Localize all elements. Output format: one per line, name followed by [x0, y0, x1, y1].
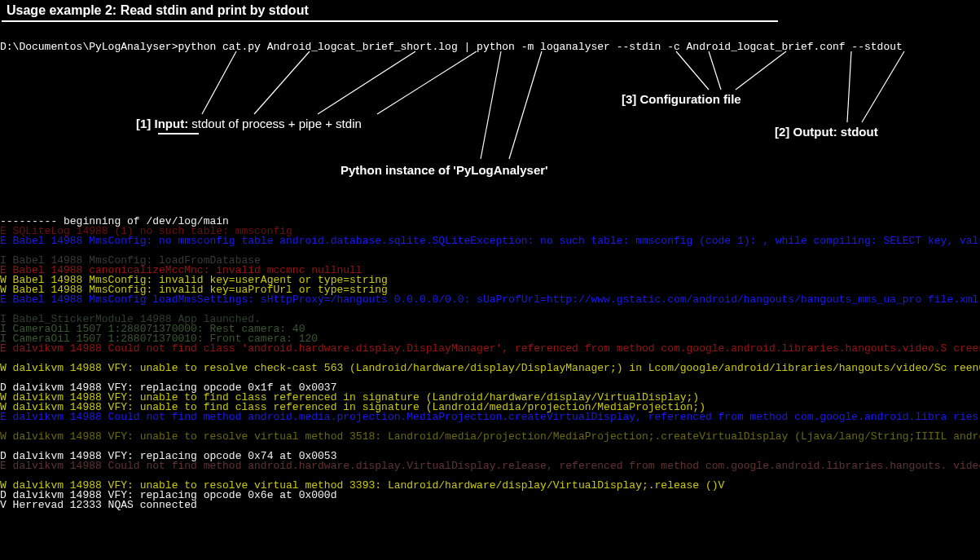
svg-line-9	[847, 51, 851, 122]
annot-input-underline	[158, 133, 199, 134]
svg-line-0	[202, 51, 236, 114]
command-text: python cat.py Android_logcat_brief_short…	[178, 41, 902, 53]
annotation-lines	[0, 49, 980, 236]
log-line: E dalvikvm 14988 Could not find method a…	[0, 412, 980, 422]
svg-line-8	[736, 51, 786, 90]
annot-output: [2] Output: stdout	[775, 125, 878, 139]
log-line: W dalvikvm 14988 VFY: unable to resolve …	[0, 364, 980, 373]
svg-line-5	[509, 51, 542, 159]
command-line: D:\Documentos\PyLogAnalyser>python cat.p…	[0, 41, 903, 53]
svg-line-4	[481, 51, 501, 159]
svg-line-1	[254, 51, 310, 114]
annot-input-num: [1]	[136, 117, 151, 130]
log-line: V Herrevad 12333 NQAS connected	[0, 500, 197, 510]
log-line: E Babel 14988 MmsConfig: no mmsconfig ta…	[0, 236, 980, 246]
annot-config: [3] Configuration file	[622, 92, 741, 106]
page-title: Usage example 2: Read stdin and print by…	[0, 0, 315, 21]
log-line: E Babel 14988 MmsConfig loadMmsSettings:…	[0, 295, 978, 305]
svg-line-6	[676, 51, 709, 90]
annot-input: [1] Input: stdout of process + pipe + st…	[136, 117, 362, 130]
log-line: E dalvikvm 14988 Could not find class 'a…	[0, 344, 980, 354]
annot-pyinst: Python instance of 'PyLogAnalyser'	[341, 163, 548, 177]
svg-line-7	[709, 51, 721, 90]
log-line: E dalvikvm 14988 Could not find method a…	[0, 461, 980, 471]
svg-line-10	[862, 51, 904, 122]
annot-output-text: Output: stdout	[793, 125, 878, 139]
svg-line-2	[318, 51, 415, 114]
annot-output-num: [2]	[775, 125, 789, 139]
log-line: W dalvikvm 14988 VFY: unable to resolve …	[0, 432, 980, 442]
annot-input-rest: stdout of process + pipe + stdin	[191, 117, 361, 130]
annot-config-num: [3]	[622, 92, 636, 106]
svg-line-3	[377, 51, 477, 114]
annot-input-label: Input:	[155, 117, 189, 130]
prompt: D:\Documentos\PyLogAnalyser>	[0, 41, 178, 53]
title-underline	[2, 20, 778, 22]
annot-config-text: Configuration file	[640, 92, 741, 106]
